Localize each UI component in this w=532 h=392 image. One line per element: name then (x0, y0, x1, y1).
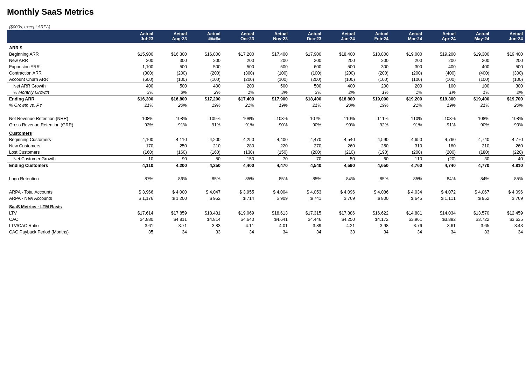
arpa-new-feb24: $ 800 (357, 195, 391, 202)
cac-apr24: $3.892 (424, 216, 458, 223)
contraction-arr-mar24: (200) (391, 70, 424, 76)
beginning-customers-jun24: 4,770 (491, 136, 525, 143)
spacer-1 (7, 108, 525, 115)
contraction-arr-row: Contraction ARR (300) (200) (200) (300) … (7, 70, 525, 76)
beginning-arr-dec23: $17,900 (290, 51, 323, 57)
cac-payback-apr24: 34 (424, 229, 458, 235)
ending-customers-nov23: 4,470 (256, 162, 290, 169)
ending-arr-jun24: $19,700 (491, 96, 525, 103)
cac-row: CAC $4.880 $4.811 $4.814 $4.640 $4.641 $… (7, 216, 525, 223)
new-arr-jan24: 200 (323, 57, 357, 64)
ending-arr-feb24: $19,000 (357, 96, 391, 103)
ltv-oct23: $19.069 (223, 210, 256, 216)
expansion-arr-nov23: 500 (256, 64, 290, 70)
account-churn-arr-aug23: (100) (155, 76, 189, 83)
col-oct23-header: ActualOct-23 (223, 30, 256, 43)
arpa-total-jan24: $ 4,096 (323, 189, 357, 195)
net-customer-growth-row: Net Customer Growth 10 90 50 150 70 70 5… (7, 156, 525, 162)
nrr-jul23: 108% (122, 115, 155, 122)
net-customer-growth-jan24: 50 (323, 156, 357, 162)
customers-section-label: Customers (7, 128, 525, 136)
new-arr-label: New ARR (7, 57, 122, 64)
account-churn-arr-label: Account Churn ARR (7, 76, 122, 83)
logo-retention-jan24: 84% (323, 176, 357, 182)
pct-monthly-growth-row: % Monthly Growth 3% 3% 2% 1% 3% 3% 2% 1%… (7, 89, 525, 96)
ending-customers-may24: 4,770 (458, 162, 491, 169)
logo-retention-row: Logo Retention 87% 86% 85% 85% 85% 85% 8… (7, 176, 525, 182)
net-customer-growth-mar24: 110 (391, 156, 424, 162)
pct-growth-py-apr24: 19% (424, 102, 458, 108)
grr-dec23: 90% (290, 122, 323, 128)
arpa-new-label: ARPA - New Accounts (7, 195, 122, 202)
new-customers-jan24: 260 (323, 143, 357, 149)
logo-retention-apr24: 84% (424, 176, 458, 182)
arpa-new-row: ARPA - New Accounts $ 1,176 $ 1,200 $ 95… (7, 195, 525, 202)
logo-retention-label: Logo Retention (7, 176, 122, 182)
new-customers-row: New Customers 170 250 210 280 220 270 26… (7, 143, 525, 149)
net-customer-growth-sep23: 50 (189, 156, 223, 162)
arpa-new-may24: $ 952 (458, 195, 491, 202)
ending-arr-row: Ending ARR $16,300 $16,800 $17,200 $17,4… (7, 96, 525, 103)
arpa-total-jul23: $ 3,966 (122, 189, 155, 195)
grr-jun24: 90% (491, 122, 525, 128)
lost-customers-may24: (180) (458, 149, 491, 156)
pct-growth-py-mar24: 21% (391, 102, 424, 108)
beginning-customers-apr24: 4,760 (424, 136, 458, 143)
arpa-total-dec23: $ 4,053 (290, 189, 323, 195)
ltv-jul23: $17.614 (122, 210, 155, 216)
grr-sep23: 91% (189, 122, 223, 128)
beginning-arr-aug23: $16,300 (155, 51, 189, 57)
new-arr-apr24: 200 (424, 57, 458, 64)
expansion-arr-feb24: 300 (357, 64, 391, 70)
logo-retention-sep23: 85% (189, 176, 223, 182)
ltv-row: LTV $17.614 $17.859 $18.431 $19.069 $18.… (7, 210, 525, 216)
pct-monthly-growth-oct23: 1% (223, 89, 256, 96)
lost-customers-jan24: (210) (323, 149, 357, 156)
nrr-may24: 108% (458, 115, 491, 122)
new-customers-sep23: 210 (189, 143, 223, 149)
col-nov23-header: ActualNov-23 (256, 30, 290, 43)
pct-growth-py-may24: 21% (458, 102, 491, 108)
net-customer-growth-nov23: 70 (256, 156, 290, 162)
net-customer-growth-dec23: 70 (290, 156, 323, 162)
ltv-cac-ratio-apr24: 3.61 (424, 223, 458, 229)
expansion-arr-apr24: 400 (424, 64, 458, 70)
lost-customers-jul23: (160) (122, 149, 155, 156)
arpa-new-mar24: $ 645 (391, 195, 424, 202)
beginning-arr-label: Beginning ARR (7, 51, 122, 57)
arpa-total-jun24: $ 4,096 (491, 189, 525, 195)
cac-feb24: $4.172 (357, 216, 391, 223)
col-jul23-header: ActualJul-23 (122, 30, 155, 43)
arpa-total-nov23: $ 4,004 (256, 189, 290, 195)
net-customer-growth-oct23: 150 (223, 156, 256, 162)
logo-retention-mar24: 85% (391, 176, 424, 182)
cac-mar24: $3.961 (391, 216, 424, 223)
new-customers-label: New Customers (7, 143, 122, 149)
col-jun24-header: ActualJun-24 (491, 30, 525, 43)
pct-monthly-growth-mar24: 1% (391, 89, 424, 96)
grr-may24: 90% (458, 122, 491, 128)
contraction-arr-sep23: (200) (189, 70, 223, 76)
grr-apr24: 91% (424, 122, 458, 128)
net-arr-growth-nov23: 500 (256, 83, 290, 90)
arpa-total-row: ARPA - Total Accounts $ 3,966 $ 4,000 $ … (7, 189, 525, 195)
ending-arr-aug23: $16,800 (155, 96, 189, 103)
expansion-arr-mar24: 300 (391, 64, 424, 70)
ltv-nov23: $18.613 (256, 210, 290, 216)
cac-jun24: $3.635 (491, 216, 525, 223)
ltv-aug23: $17.859 (155, 210, 189, 216)
account-churn-arr-nov23: (100) (256, 76, 290, 83)
ltv-cac-ratio-mar24: 3.76 (391, 223, 424, 229)
grr-jul23: 93% (122, 122, 155, 128)
net-arr-growth-sep23: 400 (189, 83, 223, 90)
ending-arr-apr24: $19,300 (424, 96, 458, 103)
arpa-new-jan24: $ 769 (323, 195, 357, 202)
metrics-table: ($000s, except ARPA) ActualJul-23 Actual… (7, 24, 525, 235)
cac-payback-jun24: 34 (491, 229, 525, 235)
ltv-label: LTV (7, 210, 122, 216)
net-customer-growth-jul23: 10 (122, 156, 155, 162)
new-customers-aug23: 250 (155, 143, 189, 149)
net-customer-growth-label: Net Customer Growth (7, 156, 122, 162)
cac-sep23: $4.814 (189, 216, 223, 223)
ending-arr-sep23: $17,200 (189, 96, 223, 103)
